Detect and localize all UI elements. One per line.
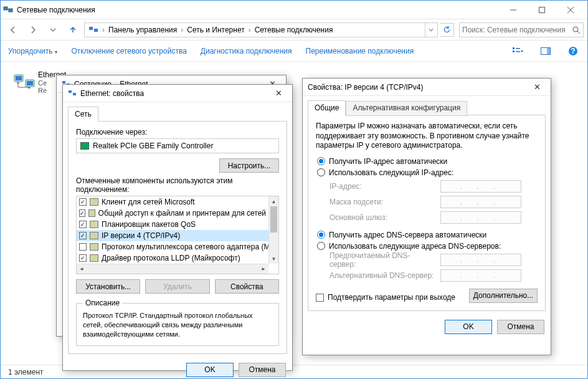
components-list[interactable]: ✓Клиент для сетей Microsoft✓Общий доступ… — [76, 196, 279, 274]
ethernet-properties-dialog: Ethernet: свойства ✕ Сеть Подключение че… — [62, 84, 293, 371]
component-item[interactable]: ✓Драйвер протокола LLDP (Майкрософт) — [77, 252, 278, 264]
rename-cmd[interactable]: Переименование подключения — [306, 47, 414, 55]
radio-auto-dns[interactable]: Получить адрес DNS-сервера автоматически — [317, 231, 538, 239]
address-dropdown-button[interactable] — [425, 23, 436, 37]
back-button[interactable] — [4, 22, 22, 38]
properties-button[interactable]: Свойства — [215, 279, 279, 294]
organize-menu[interactable]: Упорядочить — [8, 47, 57, 55]
scroll-left-icon[interactable]: ◄ — [77, 264, 87, 274]
checkbox-icon — [316, 294, 324, 302]
command-bar: Упорядочить Отключение сетевого устройст… — [1, 41, 587, 62]
chevron-right-icon[interactable]: › — [101, 26, 106, 34]
radio-manual-ip[interactable]: Использовать следующий IP-адрес: — [317, 168, 538, 177]
up-button[interactable] — [64, 22, 82, 38]
configure-button[interactable]: Настроить... — [219, 158, 279, 173]
history-button[interactable] — [44, 22, 62, 38]
scroll-up-icon[interactable]: ▲ — [269, 196, 278, 206]
component-item[interactable]: Протокол мультиплексора сетевого адаптер… — [77, 241, 278, 252]
svg-point-9 — [573, 27, 578, 32]
svg-rect-27 — [69, 90, 72, 93]
vertical-scrollbar[interactable]: ▲ ▼ — [268, 196, 278, 264]
components-label: Отмеченные компоненты используются этим … — [76, 176, 279, 194]
description-title: Описание — [83, 299, 122, 307]
ok-button[interactable]: OK — [186, 363, 234, 377]
close-button[interactable]: ✕ — [270, 86, 287, 101]
gateway-label: Основной шлюз: — [330, 213, 435, 222]
checkbox-icon[interactable]: ✓ — [79, 232, 87, 239]
adapter-name: Realtek PCIe GBE Family Controller — [93, 142, 213, 150]
checkbox-icon[interactable] — [79, 243, 87, 251]
chevron-right-icon[interactable]: › — [179, 26, 184, 34]
tab-general[interactable]: Общие — [308, 100, 346, 115]
nic-icon — [80, 142, 89, 150]
breadcrumb-item[interactable]: Панель управления — [106, 26, 179, 34]
checkbox-icon[interactable]: ✓ — [79, 198, 87, 206]
svg-rect-11 — [513, 47, 514, 49]
dialog-title: Свойства: IP версии 4 (TCP/IPv4) — [308, 83, 528, 92]
scroll-down-icon[interactable]: ▼ — [269, 254, 278, 264]
close-button[interactable] — [556, 1, 585, 19]
refresh-button[interactable] — [440, 23, 454, 37]
install-button[interactable]: Установить... — [76, 279, 140, 294]
breadcrumb-item[interactable]: Сеть и Интернет — [184, 26, 247, 34]
cancel-button[interactable]: Отмена — [239, 363, 286, 377]
search-icon — [572, 26, 581, 34]
radio-manual-dns[interactable]: Использовать следующие адреса DNS-сервер… — [317, 242, 538, 251]
preferred-dns-label: Предпочитаемый DNS-сервер: — [330, 251, 435, 269]
component-item[interactable]: ✓IP версии 4 (TCP/IPv4) — [77, 230, 278, 241]
checkbox-icon[interactable]: ✓ — [79, 221, 87, 228]
advanced-button[interactable]: Дополнительно... — [469, 289, 538, 303]
component-label: Протокол мультиплексора сетевого адаптер… — [102, 242, 274, 251]
description-text: Протокол TCP/IP. Стандартный протокол гл… — [83, 311, 272, 339]
checkbox-label: Подтвердить параметры при выходе — [328, 293, 455, 302]
tab-network[interactable]: Сеть — [68, 107, 98, 122]
search-box[interactable] — [459, 22, 584, 37]
chevron-right-icon[interactable]: › — [247, 26, 252, 34]
tab-strip: Общие Альтернативная конфигурация — [303, 96, 551, 115]
forward-button[interactable] — [24, 22, 42, 38]
component-item[interactable]: ✓Общий доступ к файлам и принтерам для с… — [77, 208, 278, 219]
svg-rect-12 — [513, 50, 514, 52]
checkbox-icon[interactable]: ✓ — [79, 209, 85, 217]
tab-alternate[interactable]: Альтернативная конфигурация — [346, 101, 467, 116]
radio-auto-ip[interactable]: Получить IP-адрес автоматически — [317, 157, 538, 166]
cancel-button[interactable]: Отмена — [497, 320, 544, 334]
view-options-button[interactable] — [511, 44, 525, 58]
component-item[interactable]: ✓Клиент для сетей Microsoft — [77, 196, 278, 208]
component-label: Драйвер протокола LLDP (Майкрософт) — [102, 254, 240, 262]
help-button[interactable]: ? — [566, 44, 580, 58]
scroll-thumb[interactable] — [270, 206, 277, 233]
location-icon — [88, 25, 98, 35]
radio-icon — [317, 157, 325, 165]
window-buttons — [499, 1, 585, 19]
component-icon — [90, 243, 98, 251]
validate-checkbox[interactable]: Подтвердить параметры при выходе — [316, 293, 455, 302]
checkbox-icon[interactable]: ✓ — [79, 254, 87, 262]
component-item[interactable]: ✓Планировщик пакетов QoS — [77, 219, 278, 230]
svg-rect-20 — [16, 76, 22, 80]
close-button[interactable]: ✕ — [528, 80, 546, 95]
gateway-field: . . . — [440, 211, 521, 224]
adapter-field[interactable]: Realtek PCIe GBE Family Controller — [76, 138, 279, 153]
scroll-right-icon[interactable]: ► — [258, 264, 268, 274]
preview-pane-button[interactable] — [539, 44, 552, 58]
breadcrumb-item[interactable]: Сетевые подключения — [252, 26, 336, 34]
maximize-button[interactable] — [528, 1, 556, 19]
svg-rect-8 — [94, 29, 98, 32]
svg-rect-4 — [539, 7, 545, 12]
search-input[interactable] — [462, 26, 572, 34]
disable-device-cmd[interactable]: Отключение сетевого устройства — [71, 47, 186, 55]
dialog-title: Ethernet: свойства — [77, 89, 270, 98]
ip-address-label: IP-адрес: — [330, 182, 435, 191]
horizontal-scrollbar[interactable]: ◄ ► — [77, 264, 268, 274]
radio-label: Использовать следующий IP-адрес: — [329, 168, 453, 177]
ip-address-field: . . . — [440, 180, 521, 193]
ok-button[interactable]: OK — [445, 320, 492, 334]
breadcrumb-bar[interactable]: › Панель управления › Сеть и Интернет › … — [84, 22, 438, 37]
status-text: 1 элемент — [8, 368, 44, 377]
minimize-button[interactable] — [499, 1, 528, 19]
diagnose-cmd[interactable]: Диагностика подключения — [201, 47, 292, 55]
component-label: Клиент для сетей Microsoft — [102, 198, 195, 206]
svg-rect-1 — [9, 9, 12, 12]
uninstall-button: Удалить — [145, 279, 209, 294]
